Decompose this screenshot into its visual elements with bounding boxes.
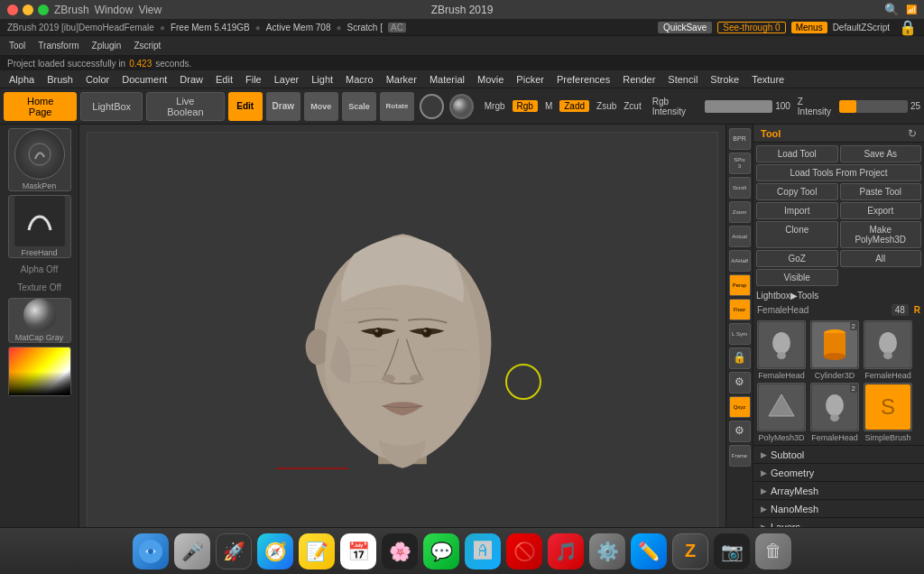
edit-tool-button[interactable]: Edit (228, 92, 263, 121)
dock-vscode-icon[interactable]: ✏️ (631, 533, 667, 569)
thumb-femalehead-2[interactable]: FemaleHead (863, 320, 913, 380)
draw-tool-button[interactable]: Draw (266, 92, 300, 121)
dock-launchpad-icon[interactable]: 🚀 (216, 533, 252, 569)
light-menu[interactable]: Light (306, 73, 338, 86)
rgb-intensity-track[interactable] (705, 100, 772, 113)
view-menu[interactable]: View (138, 4, 162, 16)
color-menu[interactable]: Color (80, 73, 115, 86)
zbrush-menu[interactable]: ZBrush (54, 4, 89, 16)
move-tool-button[interactable]: Move (304, 92, 338, 121)
see-through-button[interactable]: See-through 0 (717, 22, 785, 33)
canvas-area[interactable]: ◄ ► (79, 125, 725, 574)
actual-button[interactable]: Actual (729, 226, 751, 247)
settings-button[interactable]: ⚙ (729, 372, 751, 393)
material-sphere[interactable] (420, 94, 444, 119)
arraymesh-section[interactable]: ▶ ArrayMesh (753, 481, 924, 499)
save-as-button[interactable]: Save As (840, 145, 922, 162)
export-button[interactable]: Export (840, 202, 922, 219)
texture-menu[interactable]: Texture (746, 73, 790, 86)
edit-menu[interactable]: Edit (210, 73, 238, 86)
document-menu[interactable]: Document (116, 73, 172, 86)
import-button[interactable]: Import (756, 202, 838, 219)
spix-button[interactable]: SPix 3 (729, 153, 751, 174)
dock-sysprefs-icon[interactable]: ⚙️ (589, 533, 625, 569)
lock-button[interactable]: 🔒 (729, 347, 751, 369)
macro-menu[interactable]: Macro (340, 73, 379, 86)
bpr-button[interactable]: BPR (729, 128, 751, 150)
clone-button[interactable]: Clone (756, 221, 838, 248)
close-button[interactable] (7, 5, 18, 15)
copy-tool-button[interactable]: Copy Tool (756, 183, 838, 200)
window-menu[interactable]: Window (95, 4, 134, 16)
dock-safari-icon[interactable]: 🧭 (257, 533, 293, 569)
thumb-simplebrush[interactable]: S SimpleBrush (863, 383, 913, 442)
make-polymesh3d-button[interactable]: Make PolyMesh3D (840, 221, 922, 248)
layer-menu[interactable]: Layer (269, 73, 305, 86)
render-menu[interactable]: Render (617, 73, 661, 86)
dock-siri-icon[interactable]: 🎤 (174, 533, 210, 569)
home-page-button[interactable]: Home Page (4, 92, 77, 121)
load-tool-button[interactable]: Load Tool (756, 145, 838, 162)
load-tools-from-project-button[interactable]: Load Tools From Project (756, 164, 921, 181)
transform-menu[interactable]: Transform (32, 40, 84, 51)
m-label[interactable]: M (545, 101, 552, 111)
stroke-menu[interactable]: Stroke (705, 73, 744, 86)
thumb-cylinder3d[interactable]: 2 Cylinder3D (809, 320, 860, 380)
mrgb-label[interactable]: Mrgb (485, 101, 505, 111)
geometry-section[interactable]: ▶ Geometry (753, 463, 924, 481)
aahalf-button[interactable]: AAHalf (729, 250, 751, 272)
maximize-button[interactable] (38, 5, 49, 15)
picker-menu[interactable]: Picker (511, 73, 550, 86)
femalehead-r-label[interactable]: R (914, 305, 920, 315)
dock-photos2-icon[interactable]: 📷 (714, 533, 750, 569)
preferences-menu[interactable]: Preferences (551, 73, 615, 86)
quicksave-button[interactable]: QuickSave (658, 22, 712, 33)
lightbox-tools-label[interactable]: Lightbox▶Tools (756, 291, 921, 301)
rgb-button[interactable]: Rgb (513, 100, 538, 112)
z-intensity-track[interactable] (839, 100, 908, 113)
lightbox-button[interactable]: LightBox (80, 92, 143, 121)
stencil-menu[interactable]: Stencil (662, 73, 703, 86)
lsym-button[interactable]: L Sym (729, 323, 751, 345)
zadd-button[interactable]: Zadd (559, 100, 589, 112)
minimize-button[interactable] (23, 5, 33, 15)
marker-menu[interactable]: Marker (381, 73, 422, 86)
scroll-button[interactable]: Scroll (729, 177, 751, 199)
zplugin-menu[interactable]: Zplugin (87, 40, 127, 51)
dock-finder-icon[interactable] (133, 533, 169, 569)
material-menu[interactable]: Material (424, 73, 470, 86)
dock-trash-icon[interactable]: 🗑 (755, 533, 791, 569)
draw-menu[interactable]: Draw (174, 73, 208, 86)
floor-button[interactable]: Floor (729, 299, 751, 320)
alpha-menu[interactable]: Alpha (4, 73, 40, 86)
frame-button[interactable]: Frame (729, 445, 751, 467)
dock-dnd-icon[interactable]: 🚫 (506, 533, 542, 569)
rotate-tool-button[interactable]: Rotate (380, 92, 414, 121)
thumb-femalehead-3[interactable]: 2 FemaleHead (809, 383, 860, 442)
settings2-button[interactable]: ⚙ (729, 421, 751, 442)
color-picker[interactable] (8, 347, 71, 396)
tool-menu[interactable]: Tool (4, 40, 31, 51)
menus-button[interactable]: Menus (791, 22, 827, 33)
thumb-femalehead-1[interactable]: FemaleHead (756, 320, 807, 380)
movie-menu[interactable]: Movie (472, 73, 509, 86)
zoom-button[interactable]: Zoom (729, 201, 751, 223)
zscript-menu[interactable]: Zscript (128, 40, 166, 51)
scale-tool-button[interactable]: Scale (342, 92, 376, 121)
search-icon[interactable]: 🔍 (884, 3, 899, 16)
dock-notes-icon[interactable]: 📝 (299, 533, 335, 569)
subtool-section[interactable]: ▶ Subtool (753, 445, 924, 463)
freehand-brush[interactable]: FreeHand (8, 195, 71, 258)
dock-calendar-icon[interactable]: 📅 (340, 533, 376, 569)
mask-pen-brush[interactable]: MaskPen (8, 128, 71, 191)
dock-zbrush-icon[interactable]: Z (672, 533, 708, 569)
thumb-polymesh3d[interactable]: PolyMesh3D (756, 383, 807, 442)
live-boolean-button[interactable]: Live Boolean (146, 92, 225, 121)
tool-panel-refresh[interactable]: ↻ (908, 127, 917, 140)
matcap-slot[interactable]: MatCap Gray (8, 298, 71, 343)
visible-button[interactable]: Visible (756, 269, 838, 286)
texture-circle[interactable] (449, 94, 474, 119)
dock-music-icon[interactable]: 🎵 (548, 533, 584, 569)
file-menu[interactable]: File (240, 73, 267, 86)
persp-button[interactable]: Persp (729, 274, 751, 296)
